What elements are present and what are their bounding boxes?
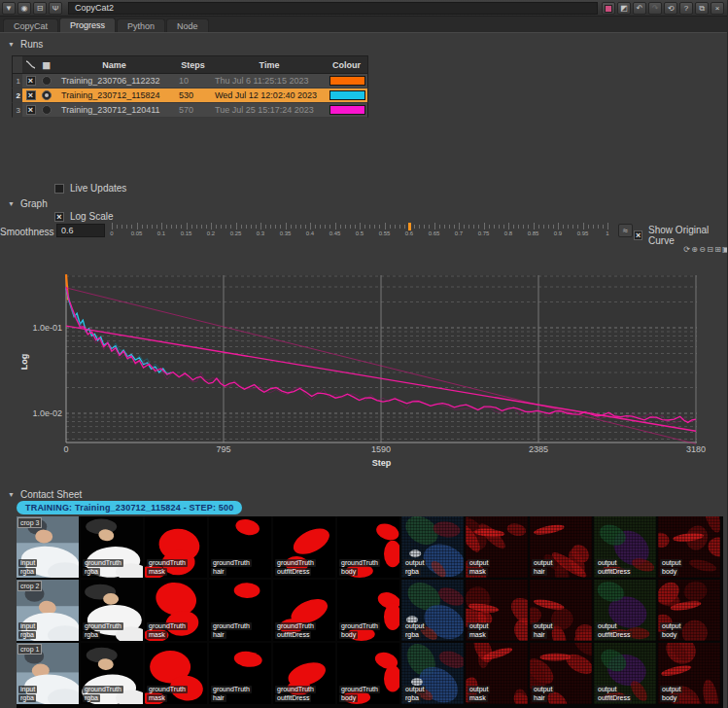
fit-width-icon[interactable]: ⊟ [707, 244, 713, 255]
tab-python[interactable]: Python [117, 18, 165, 32]
run-row[interactable]: 1×Training_230706_11223210Thu Jul 6 11:2… [12, 74, 368, 88]
curve-toggle-icon[interactable]: ≈ [618, 224, 633, 237]
sheet-tile-groundTruth-hair: groundTruthhair [209, 643, 271, 704]
contact-sheet-radio[interactable] [42, 76, 52, 86]
slider-tick [577, 225, 578, 229]
slider-tick [459, 223, 460, 230]
slider-tick [364, 225, 365, 229]
undo-icon[interactable]: ↶ [633, 2, 646, 15]
slider-tick [503, 225, 504, 229]
tile-role-label: input [18, 686, 37, 693]
slider-tick [508, 223, 509, 230]
slider-tick [275, 225, 276, 229]
slider-tick-label: 0.05 [131, 230, 143, 236]
run-row[interactable]: 2×Training_230712_115824530Wed Jul 12 12… [12, 88, 368, 103]
panel-menu-icon[interactable]: ▼ [2, 2, 16, 15]
graph-section-header[interactable]: ▼ Graph [8, 198, 48, 209]
x-tick-label: 2385 [529, 444, 548, 454]
run-colour-cell [328, 74, 367, 88]
collapse-triangle-icon[interactable]: ▼ [8, 41, 15, 48]
title-bar: ▼◉⊟Ψ CopyCat2 ◩↶↷⟲?⧉× [0, 0, 728, 17]
contact-sheet-section-header[interactable]: ▼ Contact Sheet [8, 489, 82, 500]
refresh-icon[interactable]: ⟳ [683, 244, 690, 255]
show-in-graph-checkbox[interactable]: × [26, 76, 36, 86]
tab-progress[interactable]: Progress [59, 18, 116, 32]
show-original-curve-checkbox[interactable]: × [634, 230, 642, 240]
fit-height-icon[interactable]: ⊞ [714, 244, 721, 255]
slider-tick-label: 0.7 [455, 230, 463, 236]
redo-icon[interactable]: ↷ [648, 2, 662, 15]
tile-channel-label: body [339, 694, 358, 702]
slider-tick-label: 0.8 [504, 230, 512, 236]
slider-tick [355, 225, 356, 229]
run-colour-swatch[interactable] [329, 76, 365, 86]
slider-tick [424, 225, 425, 229]
show-in-graph-checkbox[interactable]: × [26, 105, 36, 115]
close-icon[interactable]: × [711, 2, 724, 15]
run-row[interactable]: 3×Training_230712_120411570Tue Jul 25 15… [12, 103, 368, 118]
show-in-contact-sheet-column-header: ▦ [39, 56, 53, 73]
tile-channel-label: rgba [403, 694, 421, 702]
float-panel-icon[interactable]: ⧉ [695, 2, 709, 15]
sheet-tile-output-body: outputbody [658, 643, 720, 704]
tab-node[interactable]: Node [166, 18, 209, 32]
tile-role-label: output [596, 559, 618, 567]
frame-all-icon[interactable]: ▣ [722, 244, 728, 255]
node-color-swatch[interactable] [602, 2, 615, 15]
tile-role-label: output [660, 686, 682, 693]
contact-sheet-radio[interactable] [42, 90, 52, 100]
slider-tick [246, 225, 247, 229]
collapse-triangle-icon[interactable]: ▼ [8, 200, 15, 207]
tile-role-label: groundTruth [83, 686, 123, 693]
sheet-tile-output-mask: outputmask [466, 516, 528, 578]
show-in-graph-checkbox[interactable]: × [26, 90, 36, 100]
slider-tick [528, 225, 529, 229]
slider-value-marker[interactable] [408, 223, 411, 230]
slider-tick [538, 225, 539, 229]
slider-tick [468, 225, 469, 229]
tab-copycat[interactable]: CopyCat [3, 18, 58, 32]
slider-tick [131, 225, 132, 229]
slider-tick [291, 225, 292, 229]
center-node-icon[interactable]: ◉ [17, 2, 31, 15]
slider-tick [142, 225, 143, 229]
x-axis-label: Step [372, 458, 392, 468]
slider-tick [395, 225, 396, 229]
slider-tick [121, 225, 122, 229]
smoothness-input[interactable] [56, 224, 105, 237]
slider-tick [206, 225, 207, 229]
tile-role-label: output [660, 559, 682, 567]
sheet-tile-output-outfitDress: outputoutfitDress [594, 580, 656, 641]
channels-icon[interactable]: ◩ [617, 2, 631, 15]
revert-icon[interactable]: ⟲ [664, 2, 677, 15]
run-colour-swatch[interactable] [329, 90, 365, 100]
tile-channel-label: hair [532, 631, 547, 639]
slider-tick [241, 225, 242, 229]
run-colour-swatch[interactable] [329, 105, 365, 115]
title-bar-right-buttons: ◩↶↷⟲?⧉× [602, 2, 726, 15]
slider-tick [419, 225, 420, 229]
node-tree-icon[interactable]: Ψ [49, 2, 62, 15]
slider-tick [315, 225, 316, 229]
sheet-tile-groundTruth-outfitDress: groundTruthoutfitDress [273, 643, 335, 704]
loss-graph[interactable]: 07951590238531801.0e-011.0e-02StepLog [0, 263, 728, 475]
help-icon[interactable]: ? [679, 2, 693, 15]
log-scale-checkbox[interactable]: × [54, 212, 64, 222]
zoom-out-icon[interactable]: ⊖ [699, 244, 706, 255]
slider-tick-label: 0.85 [528, 230, 539, 236]
slider-tick [251, 225, 252, 229]
runs-section-header[interactable]: ▼ Runs [8, 39, 43, 50]
zoom-in-icon[interactable]: ⊕ [691, 244, 698, 255]
tile-channel-label: body [339, 631, 358, 639]
graph-toolbar: ⟳⊕⊖⊟⊞▣ [683, 244, 728, 255]
dock-panel-icon[interactable]: ⊟ [33, 2, 47, 15]
tile-channel-label: outfitDress [275, 631, 311, 639]
slider-tick-label: 0.3 [257, 230, 264, 236]
color-swatch [605, 5, 612, 13]
live-updates-checkbox[interactable]: × [54, 184, 64, 194]
slider-tick [404, 225, 405, 229]
contact-sheet-radio[interactable] [42, 105, 52, 115]
node-name-field[interactable]: CopyCat2 [68, 2, 598, 15]
smoothness-slider[interactable]: 00.050.10.150.20.250.30.350.40.450.50.55… [107, 223, 616, 240]
collapse-triangle-icon[interactable]: ▼ [8, 491, 15, 498]
